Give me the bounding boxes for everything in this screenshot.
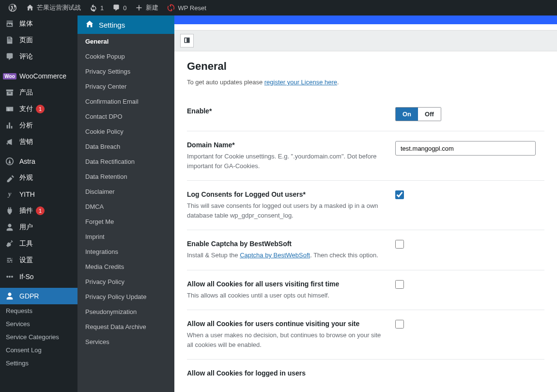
plus-icon (134, 3, 144, 13)
menu-item-label: 设置 (19, 256, 33, 265)
menu-item-tools[interactable]: 工具 (0, 235, 77, 252)
updates-count: 1 (100, 4, 104, 12)
captcha-checkbox[interactable] (395, 240, 404, 249)
allow-continue-label: Allow all Cookies for users continue vis… (187, 320, 386, 328)
menu-item-media[interactable]: 媒体 (0, 16, 77, 32)
page-title: General (187, 60, 544, 73)
woo-icon: Woo (5, 71, 15, 81)
settings-menu-item[interactable]: General (77, 34, 174, 49)
menu-item-ifso[interactable]: •••If-So (0, 268, 77, 285)
plugins-icon (5, 206, 15, 216)
site-name[interactable]: 芒果运营测试战 (21, 0, 85, 16)
settings-menu-item[interactable]: Services (77, 334, 174, 349)
settings-menu-item[interactable]: Contact DPO (77, 109, 174, 124)
submenu-item[interactable]: Consent Log (0, 344, 77, 357)
toggle-on[interactable]: On (396, 108, 418, 121)
badge: 1 (36, 206, 45, 215)
menu-item-page[interactable]: 页面 (0, 32, 77, 48)
settings-menu-item[interactable]: Integrations (77, 244, 174, 259)
page-icon (5, 35, 15, 45)
menu-item-woo[interactable]: WooWooCommerce (0, 68, 77, 84)
domain-label: Domain Name* (187, 141, 386, 149)
settings-menu-item[interactable]: Privacy Policy (77, 274, 174, 289)
settings-menu-item[interactable]: Forget Me (77, 214, 174, 229)
settings-menu-item[interactable]: Imprint (77, 229, 174, 244)
captcha-link[interactable]: Captcha by BestWebSoft (240, 251, 310, 259)
domain-name-input[interactable] (395, 141, 536, 156)
settings-menu-item[interactable]: Cookie Policy (77, 124, 174, 139)
updates[interactable]: 1 (85, 0, 108, 16)
settings-menu-item[interactable]: Privacy Center (77, 79, 174, 94)
allow-first-label: Allow all Cookies for all users visiting… (187, 280, 386, 288)
astra-icon (5, 157, 15, 166)
settings-menu-item[interactable]: Confirmation Email (77, 94, 174, 109)
menu-item-product[interactable]: 产品 (0, 84, 77, 101)
comments[interactable]: 0 (108, 0, 130, 16)
settings-tab[interactable]: Settings (77, 16, 174, 34)
settings-menu-item[interactable]: Media Credits (77, 259, 174, 274)
refresh-icon (89, 3, 98, 13)
settings-menu-item[interactable]: Disclaimer (77, 184, 174, 199)
captcha-desc-suffix: . Then check this option. (310, 251, 378, 259)
svg-text:$: $ (8, 108, 10, 112)
license-notice: To get auto updates please register your… (187, 78, 544, 86)
menu-item-label: 营销 (19, 138, 33, 146)
submenu-item[interactable]: Service Categories (0, 330, 77, 344)
menu-item-payment[interactable]: $支付1 (0, 101, 77, 117)
settings-menu-item[interactable]: Request Data Archive (77, 319, 174, 334)
field-allow-logged-in: Allow all Cookies for logged in users (187, 360, 544, 390)
field-enable: Enable* On Off (187, 97, 544, 131)
admin-main-menu: 媒体页面评论WooWooCommerce产品$支付1分析营销Astra外观yYI… (0, 16, 77, 392)
wp-logo[interactable] (4, 0, 21, 16)
settings-menu-item[interactable]: DMCA (77, 199, 174, 214)
enable-toggle[interactable]: On Off (395, 107, 441, 121)
panel-icon (183, 36, 191, 46)
menu-item-yith[interactable]: yYITH (0, 186, 77, 203)
menu-item-gdpr[interactable]: GDPR (0, 288, 77, 304)
toggle-off[interactable]: Off (418, 108, 441, 121)
menu-item-label: 工具 (19, 239, 33, 248)
ifso-icon: ••• (5, 272, 15, 282)
field-captcha: Enable Captcha by BestWebSoft Install & … (187, 230, 544, 270)
home-icon (85, 20, 94, 30)
comments-count: 0 (123, 4, 126, 12)
content-toolbar (174, 30, 557, 51)
menu-item-marketing[interactable]: 营销 (0, 134, 77, 150)
product-icon (5, 88, 15, 97)
menu-item-users[interactable]: 用户 (0, 219, 77, 235)
settings-menu-item[interactable]: Privacy Settings (77, 64, 174, 79)
menu-item-label: 评论 (19, 52, 33, 61)
submenu-item[interactable]: Settings (0, 357, 77, 370)
yith-icon: y (5, 189, 15, 199)
toggle-panel-button[interactable] (180, 34, 194, 47)
menu-item-settings[interactable]: 设置 (0, 252, 77, 268)
new-label: 新建 (146, 3, 158, 12)
submenu-item[interactable]: Services (0, 317, 77, 330)
menu-item-plugins[interactable]: 插件1 (0, 203, 77, 219)
lead-prefix: To get auto updates please (187, 78, 264, 86)
settings-menu-item[interactable]: Data Retention (77, 169, 174, 184)
submenu-item[interactable]: Requests (0, 304, 77, 317)
allow-first-checkbox[interactable] (395, 280, 404, 289)
menu-item-comment[interactable]: 评论 (0, 48, 77, 65)
settings-menu-item[interactable]: Pseudonymization (77, 304, 174, 319)
settings-menu-item[interactable]: Data Rectification (77, 154, 174, 169)
wp-reset[interactable]: WP Reset (162, 0, 210, 16)
settings-menu-item[interactable]: Privacy Policy Update (77, 289, 174, 304)
menu-item-label: YITH (19, 190, 35, 198)
menu-item-analytics[interactable]: 分析 (0, 117, 77, 134)
settings-menu-item[interactable]: Data Breach (77, 139, 174, 154)
new-content[interactable]: 新建 (130, 0, 162, 16)
menu-item-astra[interactable]: Astra (0, 153, 77, 170)
wp-reset-label: WP Reset (178, 4, 206, 12)
settings-menu-item[interactable]: Cookie Popup (77, 49, 174, 64)
log-consents-checkbox[interactable] (395, 190, 404, 199)
register-license-link[interactable]: register your License here (264, 78, 337, 86)
menu-item-appearance[interactable]: 外观 (0, 170, 77, 186)
menu-item-label: Astra (19, 157, 35, 165)
menu-item-label: GDPR (19, 292, 39, 300)
blue-banner (174, 16, 557, 24)
menu-item-label: WooCommerce (19, 72, 66, 80)
allow-continue-checkbox[interactable] (395, 320, 404, 329)
comments-icon (111, 3, 121, 13)
